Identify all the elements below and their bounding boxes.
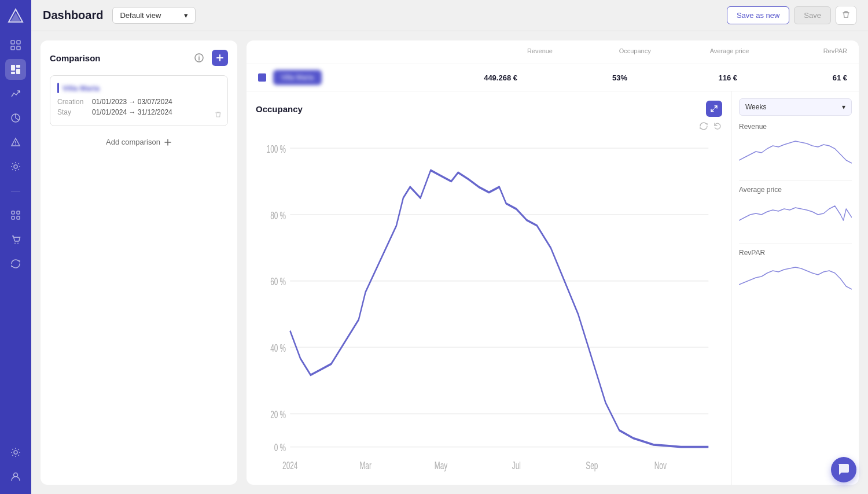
property-color-indicator bbox=[258, 73, 266, 82]
mini-chart-revenue: Revenue bbox=[739, 123, 852, 171]
svg-rect-21 bbox=[17, 216, 20, 219]
delete-button[interactable] bbox=[836, 6, 856, 25]
comparison-header-icons bbox=[191, 50, 228, 66]
property-revpar: 61 € bbox=[737, 73, 847, 82]
chart-body: Occupancy bbox=[247, 91, 859, 485]
svg-text:Sep: Sep bbox=[586, 459, 598, 471]
revpar-mini-chart-svg bbox=[739, 260, 852, 295]
expand-button[interactable] bbox=[706, 101, 722, 117]
svg-text:80 %: 80 % bbox=[270, 209, 286, 221]
chart-top-icons bbox=[706, 101, 722, 117]
chat-fab-button[interactable] bbox=[831, 457, 856, 482]
comparison-item-name: Villa Maria bbox=[57, 83, 220, 93]
svg-point-17 bbox=[14, 165, 17, 168]
sidebar-bottom bbox=[5, 442, 26, 487]
sidebar-item-sync[interactable] bbox=[5, 253, 26, 274]
content-area: Comparison bbox=[31, 31, 868, 494]
sidebar-item-settings[interactable] bbox=[5, 156, 26, 177]
svg-text:Jul: Jul bbox=[512, 459, 521, 471]
sidebar-item-profile-settings[interactable] bbox=[5, 442, 26, 463]
property-name-button[interactable]: Villa Maria bbox=[273, 70, 322, 85]
sidebar-item-channels[interactable] bbox=[5, 205, 26, 226]
logo bbox=[6, 7, 25, 25]
sidebar-item-segments[interactable] bbox=[5, 108, 26, 128]
svg-rect-18 bbox=[12, 211, 14, 214]
svg-text:40 %: 40 % bbox=[270, 342, 286, 353]
sidebar-item-analytics[interactable] bbox=[5, 83, 26, 104]
comparison-panel: Comparison bbox=[41, 40, 237, 485]
svg-rect-8 bbox=[16, 69, 20, 74]
sidebar-divider: — bbox=[5, 180, 26, 201]
sidebar-item-user[interactable] bbox=[5, 466, 26, 487]
mini-chart-divider-1 bbox=[739, 180, 852, 181]
svg-text:2024: 2024 bbox=[282, 459, 297, 471]
weeks-selector[interactable]: Weeks ▾ bbox=[739, 98, 852, 116]
add-comparison-button[interactable]: Add comparison bbox=[50, 133, 228, 151]
weeks-chevron-icon: ▾ bbox=[842, 103, 845, 111]
main-content: Dashboard Default view ▾ Save as new Sav… bbox=[31, 0, 868, 494]
svg-point-24 bbox=[14, 451, 17, 454]
chart-svg-container: 100 % 80 % 60 % 40 % 20 % 0 % 2024 Mar M… bbox=[256, 137, 722, 480]
svg-rect-19 bbox=[17, 211, 20, 214]
svg-rect-6 bbox=[11, 65, 15, 71]
chart-top-bar: Occupancy bbox=[256, 101, 722, 117]
stat-revenue-col: Revenue bbox=[454, 47, 553, 57]
info-icon-button[interactable] bbox=[191, 50, 207, 66]
svg-rect-7 bbox=[16, 65, 20, 68]
property-row: Villa Maria 449.268 € 53% 116 € 61 € bbox=[247, 64, 859, 91]
comparison-item: Villa Maria Creation 01/01/2023 → 03/07/… bbox=[50, 75, 228, 126]
svg-text:60 %: 60 % bbox=[270, 275, 286, 287]
svg-marker-1 bbox=[11, 13, 20, 21]
property-avg-price: 116 € bbox=[627, 73, 737, 82]
property-stats: 449.268 € 53% 116 € 61 € bbox=[329, 73, 847, 82]
comparison-header: Comparison bbox=[50, 50, 228, 66]
chevron-down-icon: ▾ bbox=[184, 11, 188, 20]
svg-line-14 bbox=[16, 118, 19, 120]
chart-title: Occupancy bbox=[256, 104, 303, 114]
sidebar-item-overview[interactable] bbox=[5, 35, 26, 56]
svg-rect-20 bbox=[12, 216, 14, 219]
revenue-mini-chart-svg bbox=[739, 134, 852, 169]
comparison-creation-row: Creation 01/01/2023 → 03/07/2024 bbox=[57, 98, 220, 106]
svg-text:Nov: Nov bbox=[654, 459, 667, 471]
comparison-title: Comparison bbox=[50, 53, 101, 63]
main-occupancy-chart: Occupancy bbox=[247, 91, 731, 485]
mini-chart-revenue-label: Revenue bbox=[739, 123, 852, 131]
mini-chart-revpar: RevPAR bbox=[739, 249, 852, 297]
svg-rect-4 bbox=[11, 46, 14, 50]
chat-icon bbox=[837, 463, 850, 476]
header: Dashboard Default view ▾ Save as new Sav… bbox=[31, 0, 868, 31]
svg-rect-9 bbox=[11, 72, 15, 74]
sidebar-item-orders[interactable] bbox=[5, 229, 26, 250]
stat-revpar-col: RevPAR bbox=[749, 47, 847, 57]
stat-occupancy-col: Occupancy bbox=[553, 47, 651, 57]
mini-chart-divider-2 bbox=[739, 244, 852, 244]
view-selector-label: Default view bbox=[120, 11, 161, 20]
refresh-icon[interactable] bbox=[699, 121, 708, 132]
header-actions: Save as new Save bbox=[727, 6, 856, 25]
view-selector[interactable]: Default view ▾ bbox=[112, 7, 196, 24]
save-button[interactable]: Save bbox=[794, 6, 831, 24]
svg-text:100 %: 100 % bbox=[267, 143, 286, 154]
svg-point-16 bbox=[15, 144, 16, 145]
trash-icon bbox=[842, 10, 850, 19]
undo-icon[interactable] bbox=[713, 121, 722, 132]
chart-panel: Revenue Occupancy Average price RevPAR V… bbox=[247, 40, 859, 485]
svg-point-23 bbox=[17, 243, 19, 244]
comparison-delete-button[interactable] bbox=[215, 111, 222, 120]
sidebar-item-alerts[interactable] bbox=[5, 132, 26, 153]
avg-price-mini-chart-svg bbox=[739, 197, 852, 232]
sidebar: — bbox=[0, 0, 31, 494]
mini-chart-avg-price: Average price bbox=[739, 186, 852, 234]
sidebar-item-dashboard[interactable] bbox=[5, 59, 26, 80]
svg-text:20 %: 20 % bbox=[270, 408, 286, 420]
save-as-new-button[interactable]: Save as new bbox=[727, 6, 789, 24]
occupancy-chart-svg: 100 % 80 % 60 % 40 % 20 % 0 % 2024 Mar M… bbox=[256, 137, 722, 480]
property-occupancy: 53% bbox=[517, 73, 627, 82]
svg-rect-5 bbox=[17, 46, 20, 50]
add-comparison-icon-button[interactable] bbox=[212, 50, 228, 66]
stat-avgprice-col: Average price bbox=[651, 47, 749, 57]
page-title: Dashboard bbox=[43, 9, 103, 22]
svg-point-28 bbox=[198, 56, 200, 57]
svg-rect-2 bbox=[11, 40, 14, 44]
